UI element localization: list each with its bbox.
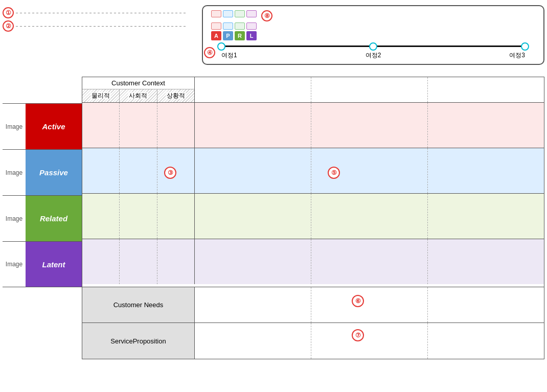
service-proposition-label: ServiceProposition	[82, 323, 194, 359]
legend-icon-blue-2	[223, 22, 233, 30]
main-table: Customer Context 물리적 사회적 상황적	[82, 77, 544, 287]
legend-badge-a: A	[211, 31, 221, 40]
behavior-badge-latent: Latent	[26, 242, 82, 287]
passive-journey-col-2	[311, 148, 428, 193]
legend-icon-pink-1	[211, 10, 221, 17]
grid-row-passive	[82, 148, 544, 194]
related-context-col-2	[120, 194, 157, 239]
legend-row-1: ⑧	[211, 10, 535, 21]
grid-row-latent	[82, 239, 544, 284]
legend-row-3: A P R L	[211, 31, 535, 40]
latent-context-cols	[82, 239, 195, 284]
passive-context-col-2	[120, 148, 157, 193]
context-title: Customer Context	[82, 77, 194, 89]
active-context-cols	[82, 103, 195, 148]
image-label-related: Image	[3, 196, 26, 241]
passive-journey-cols	[195, 148, 544, 193]
main-grid: Image Active Image Passive Image Related…	[3, 77, 544, 287]
related-context-cols	[82, 194, 195, 239]
journey-dot-1	[217, 42, 225, 51]
passive-context-col-3	[157, 148, 194, 193]
journey-dot-3	[521, 42, 529, 51]
journey-label-1: 여정1	[221, 51, 237, 60]
legend-icon-green-1	[235, 10, 245, 17]
latent-context-col-2	[120, 239, 157, 284]
latent-journey-cols	[195, 239, 544, 284]
grid-row-active	[82, 103, 544, 148]
bottom-needs-row	[195, 287, 544, 323]
journey-timeline: ④ 여정1 여정2 여정3	[211, 45, 535, 60]
latent-context-col-3	[157, 239, 194, 284]
row-label-related: Image Related	[3, 195, 82, 241]
active-context-col-1	[82, 103, 120, 148]
bottom-content: ⑥ ⑦	[195, 287, 544, 359]
related-journey-col-1	[195, 194, 311, 239]
annotation-2: ②	[3, 20, 14, 32]
service-col-2	[311, 323, 428, 359]
row-label-active: Image Active	[3, 103, 82, 149]
annotation-4: ④	[204, 47, 215, 58]
context-col-header-2: 사회적	[120, 89, 157, 102]
related-context-col-3	[157, 194, 194, 239]
latent-journey-col-3	[428, 239, 544, 284]
needs-col-3	[428, 287, 544, 322]
row-label-latent: Image Latent	[3, 241, 82, 287]
active-journey-col-3	[428, 103, 544, 148]
behavior-badge-passive: Passive	[26, 150, 82, 195]
image-label-latent: Image	[3, 242, 26, 287]
legend-row-2	[211, 22, 535, 30]
annotation-8: ⑧	[261, 10, 272, 21]
row-label-passive: Image Passive	[3, 149, 82, 195]
journey-labels: 여정1 여정2 여정3	[221, 51, 525, 60]
legend-badge-r: R	[235, 31, 245, 40]
legend-icon-blue-1	[223, 10, 233, 17]
line-2	[16, 26, 187, 27]
active-context-col-3	[157, 103, 194, 148]
legend-badge-p: P	[223, 31, 233, 40]
annotation-1: ①	[3, 7, 14, 18]
related-context-col-1	[82, 194, 120, 239]
context-header-area: Customer Context 물리적 사회적 상황적	[82, 77, 195, 102]
active-journey-col-1	[195, 103, 311, 148]
bottom-labels: Customer Needs ServiceProposition	[82, 287, 195, 359]
journey-header-col-2	[311, 77, 428, 102]
behavior-badge-related: Related	[26, 196, 82, 241]
grid-header: Customer Context 물리적 사회적 상황적	[82, 77, 544, 103]
latent-journey-col-1	[195, 239, 311, 284]
context-col-header-3: 상황적	[157, 89, 194, 102]
image-label-passive: Image	[3, 150, 26, 195]
legend-icon-green-2	[235, 22, 245, 30]
left-labels: Image Active Image Passive Image Related…	[3, 77, 82, 287]
bottom-service-row	[195, 323, 544, 359]
passive-journey-col-1	[195, 148, 311, 193]
active-journey-cols	[195, 103, 544, 148]
legend-icon-purple-1	[246, 10, 257, 17]
passive-context-col-1	[82, 148, 120, 193]
context-col-header-1: 물리적	[82, 89, 120, 102]
related-journey-col-2	[311, 194, 428, 239]
header-spacer	[3, 77, 82, 103]
legend-badge-l: L	[246, 31, 257, 40]
image-label-active: Image	[3, 104, 26, 149]
needs-col-2	[311, 287, 428, 322]
service-col-1	[195, 323, 311, 359]
customer-needs-label: Customer Needs	[82, 287, 194, 323]
context-sub-headers: 물리적 사회적 상황적	[82, 89, 194, 102]
bottom-section: Customer Needs ServiceProposition ⑥ ⑦	[82, 287, 544, 359]
journey-header-col-1	[195, 77, 311, 102]
grid-row-related	[82, 194, 544, 239]
legend-area: ⑧ A P R L ④	[202, 5, 544, 65]
related-journey-cols	[195, 194, 544, 239]
behavior-badge-active: Active	[26, 104, 82, 149]
passive-journey-col-3	[428, 148, 544, 193]
passive-context-cols	[82, 148, 195, 193]
journey-headers	[195, 77, 544, 102]
legend-icon-purple-2	[246, 22, 257, 30]
latent-journey-col-2	[311, 239, 428, 284]
active-journey-col-2	[311, 103, 428, 148]
needs-col-1	[195, 287, 311, 322]
journey-header-col-3	[428, 77, 544, 102]
journey-label-3: 여정3	[509, 51, 525, 60]
active-context-col-2	[120, 103, 157, 148]
legend-icon-pink-2	[211, 22, 221, 30]
